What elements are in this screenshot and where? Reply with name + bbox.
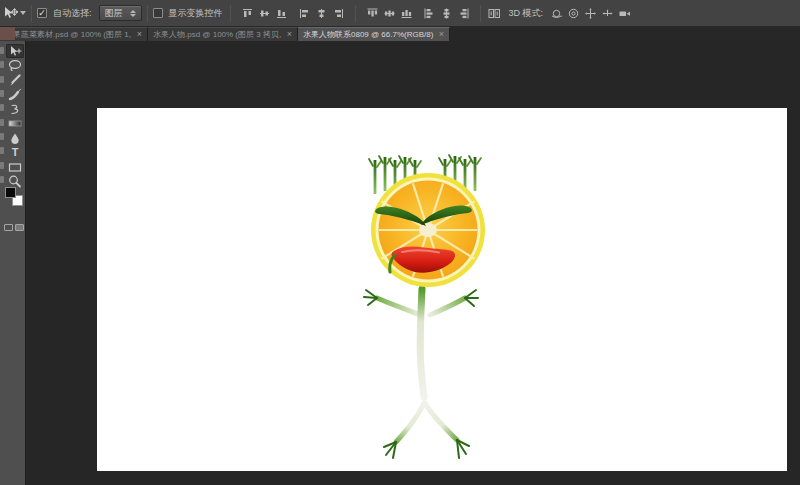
- distribute-right-button[interactable]: [456, 6, 471, 21]
- distribute-group-horizontal: [421, 6, 472, 21]
- orbit-3d-button[interactable]: [549, 6, 564, 21]
- gradient-tool-button[interactable]: [6, 117, 24, 131]
- tool-fragment: [0, 176, 4, 183]
- distribute-hcenter-button[interactable]: [439, 6, 454, 21]
- fruit-character-artwork: [97, 108, 787, 471]
- divider: [480, 5, 481, 22]
- divider: [31, 5, 32, 22]
- left-foot-fringe: [384, 442, 396, 458]
- show-transform-checkbox[interactable]: ✓ 显示变换控件: [153, 7, 225, 20]
- auto-select-checkbox[interactable]: ✓ 自动选择:: [37, 7, 94, 20]
- type-tool-icon: T: [12, 147, 19, 158]
- close-icon[interactable]: ×: [287, 30, 292, 39]
- eyedropper-tool-icon: [7, 74, 23, 87]
- brush-tool-button[interactable]: [6, 88, 24, 102]
- lasso-tool-button[interactable]: [6, 59, 24, 73]
- divider: [230, 5, 231, 22]
- lasso-tool-icon: [7, 59, 23, 72]
- window-fragment: [0, 27, 15, 40]
- zoom-3d-button[interactable]: [617, 6, 632, 21]
- foreground-color-swatch[interactable]: [5, 187, 16, 198]
- slide-3d-button[interactable]: [600, 6, 615, 21]
- divider: [147, 5, 148, 22]
- align-group-horizontal: [296, 6, 347, 21]
- eyedropper-tool-button[interactable]: [6, 73, 24, 87]
- photoshop-window: { "options_bar": { "auto_select": { "lab…: [0, 0, 800, 485]
- tool-fragment: [0, 133, 4, 140]
- tab-fruit-vegetable-material[interactable]: 水果蔬菜素材.psd @ 100% (图层 1, RGB/8) * ×: [0, 27, 148, 41]
- document-tab-bar: 水果蔬菜素材.psd @ 100% (图层 1, RGB/8) * × 水果人物…: [0, 27, 800, 41]
- close-icon[interactable]: ×: [137, 30, 142, 39]
- show-transform-label: 显示变换控件: [169, 7, 223, 20]
- rectangle-tool-icon: [7, 161, 23, 174]
- move-tool-button[interactable]: [6, 44, 24, 58]
- tools-panel: T: [0, 41, 26, 485]
- tab-title: 水果人物.psd @ 100% (图层 3 拷贝, RGB/8): [153, 29, 283, 40]
- tool-fragment: [0, 61, 4, 68]
- tool-preset-caret-icon: [20, 11, 26, 15]
- tool-fragment: [0, 162, 4, 169]
- brush-tool-icon: [7, 88, 23, 101]
- close-icon[interactable]: ×: [439, 30, 444, 39]
- distribute-vcenter-button[interactable]: [382, 6, 397, 21]
- blur-tool-button[interactable]: [6, 131, 24, 145]
- pan-3d-button[interactable]: [583, 6, 598, 21]
- quick-mask-button[interactable]: [4, 224, 13, 231]
- tab-title: 水果蔬菜素材.psd @ 100% (图层 1, RGB/8) *: [5, 29, 133, 40]
- rectangle-tool-button[interactable]: [6, 160, 24, 174]
- divider: [355, 5, 356, 22]
- type-tool-button[interactable]: T: [6, 146, 24, 160]
- document-canvas[interactable]: [97, 108, 787, 471]
- auto-select-target-value: 图层: [105, 7, 123, 20]
- options-bar: ✓ 自动选择: 图层 ✓ 显示变换控件: [0, 0, 800, 27]
- align-top-button[interactable]: [240, 6, 255, 21]
- mode-3d-group: [548, 6, 633, 21]
- tool-fragment: [0, 90, 4, 97]
- auto-select-target-dropdown[interactable]: 图层: [99, 5, 142, 21]
- scallion-legs: [384, 403, 469, 458]
- tool-fragment: [0, 104, 4, 111]
- auto-select-label: 自动选择:: [53, 7, 92, 20]
- align-hcenter-button[interactable]: [314, 6, 329, 21]
- lemon-core: [419, 223, 437, 237]
- checkbox-unchecked-icon: ✓: [153, 8, 163, 18]
- distribute-left-button[interactable]: [422, 6, 437, 21]
- align-bottom-button[interactable]: [274, 6, 289, 21]
- screen-mode-button[interactable]: [15, 224, 24, 231]
- blur-tool-icon: [7, 132, 23, 145]
- roll-3d-button[interactable]: [566, 6, 581, 21]
- scallion-body: [420, 289, 424, 397]
- auto-align-button[interactable]: [487, 6, 502, 21]
- history-brush-tool-button[interactable]: [6, 102, 24, 116]
- tab-fruit-person-0809-active[interactable]: 水果人物联系0809 @ 66.7%(RGB/8) * ×: [298, 27, 450, 41]
- right-foot-fringe: [457, 440, 469, 458]
- history-brush-tool-icon: [7, 103, 23, 116]
- tab-fruit-person[interactable]: 水果人物.psd @ 100% (图层 3 拷贝, RGB/8) ×: [148, 27, 298, 41]
- tab-title: 水果人物联系0809 @ 66.7%(RGB/8) *: [303, 29, 435, 40]
- align-group-vertical: [239, 6, 290, 21]
- align-right-button[interactable]: [331, 6, 346, 21]
- distribute-top-button[interactable]: [365, 6, 380, 21]
- tool-fragment: [0, 47, 4, 54]
- mode-3d-label: 3D 模式:: [509, 7, 544, 20]
- tool-fragment: [0, 119, 4, 126]
- left-hand-fringe: [364, 290, 377, 305]
- current-tool-badge[interactable]: [3, 6, 26, 20]
- move-tool-icon: [3, 6, 18, 20]
- gradient-tool-icon: [7, 117, 23, 130]
- distribute-bottom-button[interactable]: [399, 6, 414, 21]
- align-left-button[interactable]: [297, 6, 312, 21]
- right-hand-fringe: [465, 290, 478, 306]
- distribute-group-vertical: [364, 6, 415, 21]
- tool-fragment: [0, 76, 4, 83]
- checkbox-checked-icon: ✓: [37, 8, 47, 18]
- align-vcenter-button[interactable]: [257, 6, 272, 21]
- tool-fragment: [0, 147, 4, 154]
- move-tool-icon: [7, 45, 23, 58]
- dropdown-caret-icon: [130, 10, 136, 17]
